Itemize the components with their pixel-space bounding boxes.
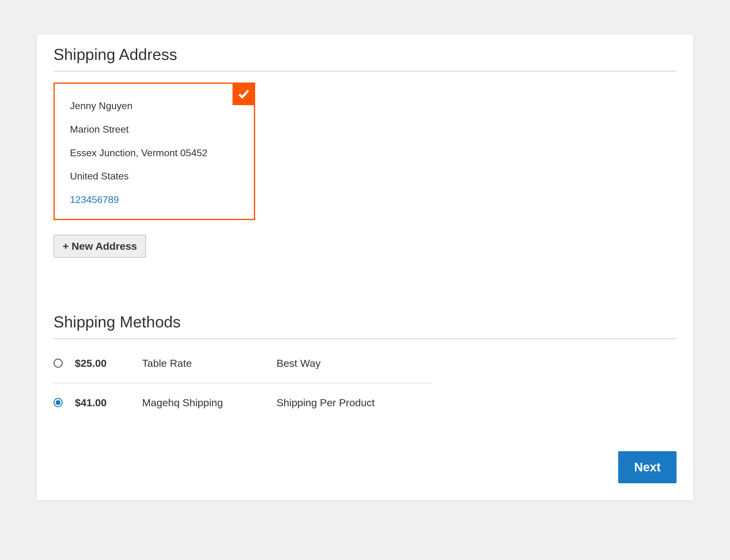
shipping-address-card[interactable]: Jenny Nguyen Marion Street Essex Junctio… bbox=[53, 83, 255, 220]
shipping-method-carrier: Best Way bbox=[277, 357, 429, 369]
address-street-line: Marion Street bbox=[70, 123, 239, 136]
shipping-method-price: $25.00 bbox=[75, 357, 142, 369]
checkout-card: Shipping Address Jenny Nguyen Marion Str… bbox=[36, 34, 694, 501]
radio-cell bbox=[53, 359, 75, 368]
shipping-method-row[interactable]: $41.00 Magehq Shipping Shipping Per Prod… bbox=[53, 383, 677, 422]
shipping-methods-title: Shipping Methods bbox=[53, 313, 677, 339]
shipping-methods-section: Shipping Methods $25.00 Table Rate Best … bbox=[53, 313, 677, 483]
shipping-method-radio[interactable] bbox=[53, 359, 63, 368]
shipping-method-price: $41.00 bbox=[75, 397, 142, 409]
shipping-method-name: Magehq Shipping bbox=[142, 397, 277, 409]
address-name-line: Jenny Nguyen bbox=[70, 99, 239, 113]
selected-check-badge bbox=[233, 83, 255, 105]
shipping-methods-table: $25.00 Table Rate Best Way $41.00 Magehq… bbox=[53, 344, 677, 422]
address-country-line: United States bbox=[70, 169, 239, 183]
shipping-method-carrier: Shipping Per Product bbox=[277, 397, 429, 409]
new-address-button[interactable]: + New Address bbox=[53, 235, 146, 258]
shipping-address-title: Shipping Address bbox=[53, 45, 677, 72]
address-city-state-postal-line: Essex Junction, Vermont 05452 bbox=[70, 146, 239, 160]
actions-row: Next bbox=[53, 451, 677, 483]
shipping-method-row[interactable]: $25.00 Table Rate Best Way bbox=[53, 344, 677, 383]
radio-cell bbox=[53, 398, 75, 407]
next-button[interactable]: Next bbox=[618, 451, 677, 483]
address-phone-link[interactable]: 123456789 bbox=[70, 193, 239, 207]
page-container: Shipping Address Jenny Nguyen Marion Str… bbox=[0, 0, 730, 534]
shipping-method-radio[interactable] bbox=[53, 398, 63, 407]
check-icon bbox=[237, 87, 251, 101]
shipping-method-name: Table Rate bbox=[142, 357, 277, 369]
